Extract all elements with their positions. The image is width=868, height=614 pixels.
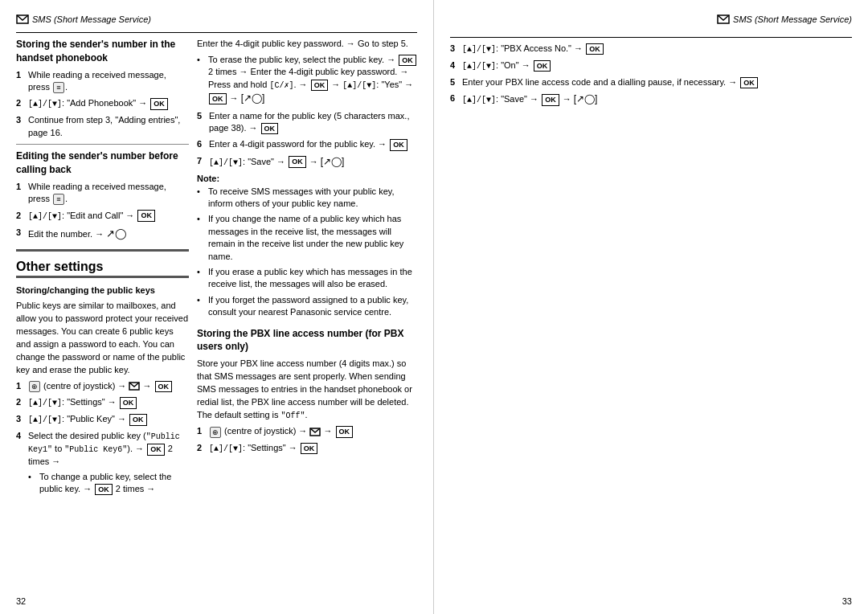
ok-badge9: OK	[311, 80, 329, 92]
public-keys-steps: 1 ⊕ (centre of joystick) → → OK	[16, 380, 189, 499]
ok-badge13: OK	[289, 156, 306, 168]
ok-badge18: OK	[740, 77, 758, 89]
pk-step3: 3 [▲]/[▼]: "Public Key" → OK	[16, 413, 189, 426]
note3: • If you erase a public key which has me…	[197, 266, 417, 291]
ok-badge4: OK	[120, 397, 137, 409]
pbx-body: Store your PBX line access number (4 dig…	[197, 358, 417, 422]
ok-badge14: OK	[336, 426, 354, 438]
public-keys-body: Public keys are similar to mailboxes, an…	[16, 300, 189, 377]
pbx-section: Storing the PBX line access number (for …	[197, 327, 417, 455]
ok-badge5: OK	[129, 414, 147, 426]
pk-step4: 4 Select the desired public key ("Public…	[16, 430, 189, 498]
ok-badge12: OK	[390, 139, 407, 151]
menu-icon: ≡	[53, 82, 64, 93]
left-header-text: SMS (Short Message Service)	[32, 14, 151, 24]
envelope-icon	[16, 14, 29, 24]
section2-title: Editing the sender's number before calli…	[16, 149, 189, 177]
ok-badge19: OK	[542, 94, 559, 106]
page-number-left: 32	[16, 596, 26, 606]
ok-badge16: OK	[586, 43, 604, 55]
left-page-header: SMS (Short Message Service)	[16, 14, 417, 24]
storing-public-keys-title: Storing/changing the public keys	[16, 284, 189, 297]
pk-step2: 2 [▲]/[▼]: "Settings" → OK	[16, 396, 189, 409]
ok-badge11: OK	[261, 123, 279, 135]
pbx-step4: 4 [▲]/[▼]: "On" → OK	[450, 59, 852, 72]
section1-step3: 3 Continue from step 3, "Adding entries"…	[16, 114, 189, 139]
ok-badge3: OK	[155, 381, 173, 393]
left-page: SMS (Short Message Service) Storing the …	[0, 0, 434, 614]
pbx-step5: 5 Enter your PBX line access code and a …	[450, 76, 852, 88]
pk-step1: 1 ⊕ (centre of joystick) → → OK	[16, 380, 189, 392]
page-number-right: 33	[842, 596, 852, 606]
pk-steps-cont: 5 Enter a name for the public key (5 cha…	[197, 110, 417, 169]
ok-badge10: OK	[209, 93, 227, 105]
ok-badge6: OK	[147, 444, 165, 456]
section2-steps: 1 While reading a received message, pres…	[16, 181, 189, 241]
ok-badge2: OK	[137, 210, 155, 222]
section2-step2: 2 [▲]/[▼]: "Edit and Call" → OK	[16, 210, 189, 223]
ok-badge15: OK	[301, 443, 318, 455]
joystick-icon2: ⊕	[210, 427, 221, 438]
pbx-step6: 6 [▲]/[▼]: "Save" → OK → [↗◯]	[450, 92, 852, 106]
ok-badge: OK	[150, 98, 168, 110]
envelope-icon2	[129, 382, 140, 391]
ok-badge17: OK	[534, 60, 551, 72]
pbx-steps-cont: 3 [▲]/[▼]: "PBX Access No." → OK 4 [▲]/[…	[450, 43, 852, 106]
right-col: Enter the 4-digit public key password. →…	[197, 38, 417, 502]
pbx-title: Storing the PBX line access number (for …	[197, 327, 417, 354]
right-page: SMS (Short Message Service) 3 [▲]/[▼]: "…	[434, 0, 868, 614]
right-page-header: SMS (Short Message Service)	[717, 14, 852, 24]
pk-step5: 5 Enter a name for the public key (5 cha…	[197, 110, 417, 135]
pbx-step2: 2 [▲]/[▼]: "Settings" → OK	[197, 442, 417, 455]
note-list: • To receive SMS messages with your publ…	[197, 186, 417, 319]
pbx-step1: 1 ⊕ (centre of joystick) → → OK	[197, 425, 417, 437]
section1-step2: 2 [▲]/[▼]: "Add Phonebook" → OK	[16, 97, 189, 110]
section2-step3: 3 Edit the number. → ↗◯	[16, 227, 189, 241]
pk-step7: 7 [▲]/[▼]: "Save" → OK → [↗◯]	[197, 155, 417, 169]
pbx-step3: 3 [▲]/[▼]: "PBX Access No." → OK	[450, 43, 852, 55]
section1-step1: 1 While reading a received message, pres…	[16, 69, 189, 94]
menu-icon2: ≡	[53, 194, 64, 205]
note2: • If you change the name of a public key…	[197, 213, 417, 263]
other-settings-title: Other settings	[16, 260, 189, 278]
section1-title: Storing the sender's number in the hands…	[16, 38, 189, 65]
ok-badge7: OK	[95, 484, 113, 496]
note4: • If you forget the password assigned to…	[197, 294, 417, 319]
pbx-steps: 1 ⊕ (centre of joystick) → → OK	[197, 425, 417, 454]
envelope-icon3	[309, 428, 321, 436]
section2-step1: 1 While reading a received message, pres…	[16, 181, 189, 206]
note-label: Note:	[197, 174, 417, 183]
ok-badge8: OK	[399, 55, 416, 67]
joystick-icon1: ⊕	[29, 381, 40, 392]
envelope-icon-right	[717, 14, 730, 24]
enter-password-text: Enter the 4-digit public key password. →…	[197, 38, 417, 51]
right-header-text: SMS (Short Message Service)	[733, 14, 852, 24]
erase-public-key-bullet: • To erase the public key, select the pu…	[197, 54, 417, 105]
section1-steps: 1 While reading a received message, pres…	[16, 69, 189, 140]
pk-step6: 6 Enter a 4-digit password for the publi…	[197, 138, 417, 150]
note1: • To receive SMS messages with your publ…	[197, 186, 417, 211]
